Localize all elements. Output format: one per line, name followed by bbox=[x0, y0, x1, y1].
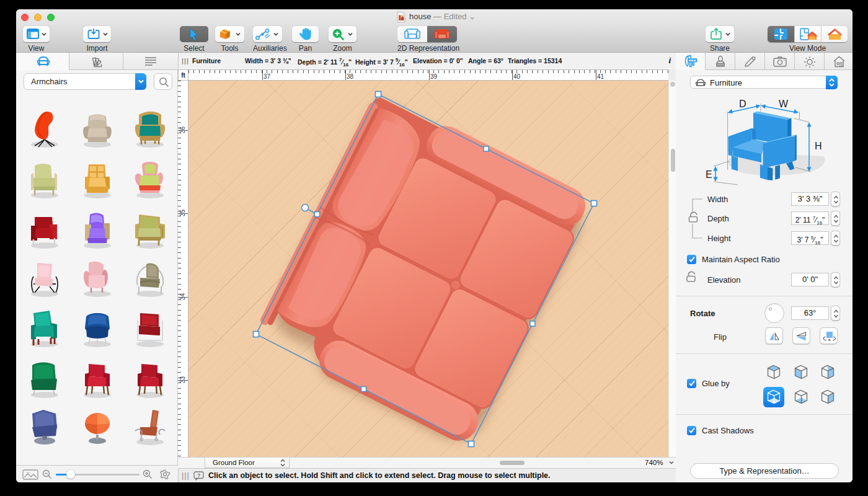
svg-text:E: E bbox=[706, 169, 712, 180]
svg-text:D: D bbox=[739, 99, 746, 109]
svg-text:W: W bbox=[779, 99, 789, 109]
svg-text:?: ? bbox=[197, 472, 200, 479]
svg-text:H: H bbox=[815, 141, 822, 151]
